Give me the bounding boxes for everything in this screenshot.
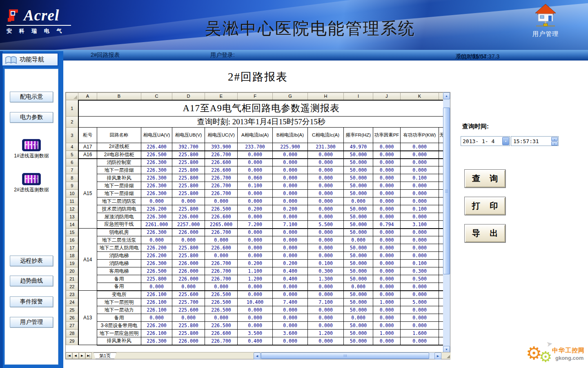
value-cell[interactable]: 0.000 [273,151,308,159]
function-nav-header[interactable]: 功能导航 [2,53,58,66]
value-cell[interactable]: 0.000 [308,213,344,221]
value-cell[interactable]: 0.000 [238,314,273,322]
header-cell[interactable]: 柜号 [78,128,97,143]
value-cell[interactable]: 0.000 [273,213,308,221]
circuit-name-cell[interactable]: 地下二层人防用电 [97,244,141,252]
value-cell[interactable]: 50.000 [344,306,373,314]
value-cell[interactable]: 225.800 [172,159,205,166]
value-cell[interactable]: 226.500 [205,291,238,298]
value-cell[interactable]: 0.000 [373,275,401,283]
value-cell[interactable]: 0.000 [273,244,308,252]
row-number[interactable]: 10 [66,190,78,197]
value-cell[interactable]: 50.000 [344,166,373,174]
user-management-shortcut[interactable]: 用户管理 [526,3,565,38]
value-cell[interactable]: 1.000 [373,330,401,337]
circuit-name-cell[interactable]: 排风兼补风 [97,174,141,182]
value-cell[interactable]: 0.000 [141,197,172,205]
cabinet-cell[interactable]: A14 [78,229,97,291]
value-cell[interactable]: 0.000 [308,166,344,174]
value-cell[interactable]: 226.600 [205,244,238,252]
value-cell[interactable]: 0.000 [238,151,273,159]
value-cell[interactable]: 0.000 [308,197,344,205]
value-cell[interactable]: 0.000 [373,306,401,314]
value-cell[interactable]: 0.000 [373,291,401,298]
value-cell[interactable]: 0.000 [373,314,401,322]
cabinet-cell[interactable]: A17 [78,143,97,151]
row-number[interactable]: 16 [66,236,78,244]
value-cell[interactable]: 226.100 [141,330,172,337]
horizontal-scroll-track[interactable] [261,352,434,359]
value-cell[interactable]: 0.000 [373,260,401,267]
value-cell[interactable]: 226.000 [172,213,205,221]
value-cell[interactable]: 0.000 [273,283,308,291]
row-number[interactable]: 20 [66,267,78,275]
value-cell[interactable]: 0.000 [308,190,344,197]
vertical-scroll-thumb[interactable] [443,108,450,274]
value-cell[interactable]: 50.000 [344,159,373,166]
value-cell[interactable]: 226.600 [205,330,238,337]
spin-down-button[interactable]: ▾ [551,141,558,146]
circuit-name-cell[interactable]: 地下一层应急照明 [97,330,141,337]
value-cell[interactable]: 1.200 [238,275,273,283]
value-cell[interactable]: 0.000 [401,322,439,330]
value-cell[interactable]: 49.970 [344,143,373,151]
value-cell[interactable]: 0.400 [273,267,308,275]
value-cell[interactable]: 0.000 [172,314,205,322]
row-number[interactable]: 6 [66,159,78,166]
value-cell[interactable]: 233.700 [238,143,273,151]
circuit-name-cell[interactable]: 地下一层动力 [97,306,141,314]
horizontal-scroll-thumb[interactable] [261,352,429,359]
value-cell[interactable]: 0.000 [401,166,439,174]
value-cell[interactable]: 0.100 [308,260,344,267]
value-cell[interactable]: 226.200 [141,252,172,260]
query-button[interactable]: 查 询 [464,169,506,188]
value-cell[interactable]: 225.800 [172,182,205,190]
row-number[interactable]: 28 [66,330,78,337]
value-cell[interactable]: 50.000 [344,298,373,306]
value-cell[interactable]: 226.700 [205,182,238,190]
value-cell[interactable]: 0.000 [308,159,344,166]
row-number[interactable]: 24 [66,298,78,306]
value-cell[interactable]: 0.000 [273,291,308,298]
value-cell[interactable]: 7.400 [273,298,308,306]
column-letter[interactable]: H [308,93,344,100]
value-cell[interactable]: 226.500 [205,322,238,330]
column-letter[interactable]: J [373,93,401,100]
value-cell[interactable]: 0.500 [401,275,439,283]
value-cell[interactable]: 2257.000 [172,221,205,229]
value-cell[interactable]: 50.000 [344,322,373,330]
value-cell[interactable]: 0.000 [401,143,439,151]
value-cell[interactable]: 0.000 [344,197,373,205]
value-cell[interactable]: 0.000 [373,252,401,260]
value-cell[interactable]: 0.400 [238,337,273,345]
row-number[interactable]: 19 [66,260,78,267]
value-cell[interactable]: 50.000 [344,267,373,275]
value-cell[interactable]: 50.000 [344,337,373,345]
header-cell[interactable]: C相电流Ic(A) [308,128,344,143]
value-cell[interactable]: 226.700 [205,190,238,197]
value-cell[interactable]: 0.200 [273,260,308,267]
value-cell[interactable]: 50.000 [344,174,373,182]
circuit-name-cell[interactable]: 客用电梯 [97,267,141,275]
value-cell[interactable]: 0.000 [205,314,238,322]
value-cell[interactable]: 0.100 [401,260,439,267]
value-cell[interactable]: 0.000 [238,244,273,252]
value-cell[interactable]: 0.000 [172,236,205,244]
header-cell[interactable]: 相电压UC(V) [205,128,238,143]
value-cell[interactable]: 0.000 [308,236,344,244]
cabinet-cell[interactable]: A16 [78,151,97,159]
header-cell[interactable]: B相电流Ib(A) [273,128,308,143]
scroll-left-button[interactable]: ◀ [254,352,261,359]
value-cell[interactable]: 225.800 [141,275,172,283]
row-number[interactable]: 1 [66,100,78,117]
value-cell[interactable]: 0.000 [205,197,238,205]
value-cell[interactable]: 0.000 [238,213,273,221]
circuit-name-cell[interactable]: 屋顶消防用电 [97,213,141,221]
value-cell[interactable]: 225.800 [172,244,205,252]
value-cell[interactable]: 392.700 [172,143,205,151]
value-cell[interactable]: 0.000 [141,314,172,322]
value-cell[interactable]: 0.000 [141,236,172,244]
value-cell[interactable]: 0.000 [238,306,273,314]
export-button[interactable]: 导 出 [464,224,506,242]
sidebar-item-trend-curve[interactable]: 趋势曲线 [10,276,53,286]
